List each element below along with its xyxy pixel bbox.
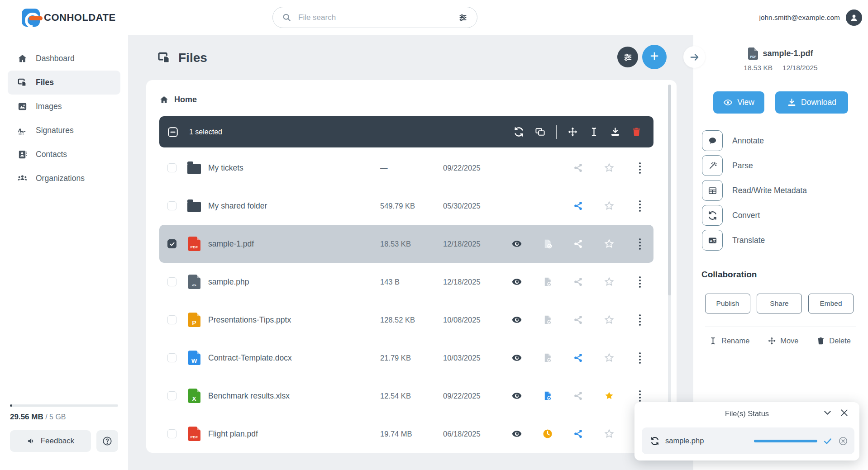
share-button[interactable]: Share [757,294,802,313]
publish-button[interactable]: Publish [705,294,750,313]
panel-action-read-write-metadata[interactable]: Read/Write Metadata [702,180,868,201]
panel-action-convert[interactable]: Convert [702,205,868,226]
add-file-button[interactable]: + [642,45,667,69]
row-checkbox[interactable] [167,391,176,400]
close-icon[interactable] [839,408,849,418]
search-filter-sliders-icon[interactable] [458,13,468,23]
toolbar-delete-icon[interactable] [629,124,644,139]
cancel-circle-icon[interactable] [838,436,848,446]
row-checkbox[interactable] [167,239,176,248]
favorite-star-icon[interactable] [594,273,625,291]
progress-bar [754,440,817,442]
scrollbar-thumb[interactable] [668,85,671,295]
file-name[interactable]: sample.php [208,277,380,287]
view-button[interactable]: View [713,91,764,114]
pending-clock-icon[interactable] [532,425,563,443]
collapse-panel-button[interactable] [683,46,705,68]
more-options-icon[interactable] [625,311,655,329]
chevron-down-icon[interactable] [823,408,832,418]
sidebar-item-files[interactable]: Files [8,71,120,95]
share-icon[interactable] [563,425,594,443]
more-options-icon[interactable] [625,235,655,253]
share-icon[interactable] [563,159,594,177]
download-button[interactable]: Download [775,91,848,114]
breadcrumb[interactable]: Home [159,94,677,105]
row-checkbox[interactable] [167,163,176,172]
view-settings-button[interactable] [617,47,638,67]
toolbar-refresh-icon[interactable] [511,124,526,139]
list-scrollbar[interactable] [668,85,671,448]
favorite-star-icon[interactable] [594,387,625,405]
file-name[interactable]: Contract-Template.docx [208,353,380,363]
sidebar-item-organizations[interactable]: Organizations [8,166,120,190]
row-checkbox[interactable] [167,429,176,438]
sidebar-item-signatures[interactable]: Signatures [8,119,120,142]
table-row[interactable]: PDF sample-1.pdf 18.53 KB 12/18/2025 [159,225,653,263]
preview-eye-icon[interactable] [501,311,532,329]
sidebar-item-contacts[interactable]: Contacts [8,142,120,166]
panel-action-annotate[interactable]: Annotate [702,130,868,151]
feedback-button[interactable]: Feedback [10,430,91,452]
share-icon[interactable] [563,349,594,367]
toolbar-compare-icon[interactable] [533,124,548,139]
move-action[interactable]: Move [768,337,798,345]
file-name[interactable]: My shared folder [208,201,380,211]
favorite-star-icon[interactable] [594,425,625,443]
rename-action[interactable]: Rename [709,337,749,345]
more-options-icon[interactable] [625,349,655,367]
table-row[interactable]: <> sample.php 143 B 12/18/2025 [159,263,653,301]
share-icon[interactable] [563,311,594,329]
sidebar-item-images[interactable]: Images [8,95,120,119]
doc-status-icon[interactable] [532,349,563,367]
row-checkbox[interactable] [167,353,176,362]
row-checkbox[interactable] [167,277,176,286]
favorite-star-icon[interactable] [594,197,625,215]
embed-button[interactable]: Embed [808,294,854,313]
preview-eye-icon[interactable] [501,273,532,291]
sidebar-item-dashboard[interactable]: Dashboard [8,47,120,71]
panel-action-parse[interactable]: Parse [702,155,868,176]
file-name[interactable]: sample-1.pdf [208,239,380,249]
table-row[interactable]: P Presentations-Tips.pptx 128.52 KB 10/0… [159,301,653,339]
panel-action-translate[interactable]: A Translate [702,230,868,251]
row-checkbox[interactable] [167,201,176,210]
doc-status-icon[interactable] [532,273,563,291]
select-all-checkbox[interactable] [167,126,179,138]
table-row[interactable]: My shared folder 549.79 KB 05/30/2025 [159,187,653,225]
doc-status-icon[interactable] [532,311,563,329]
row-checkbox[interactable] [167,315,176,324]
toolbar-download-icon[interactable] [608,124,623,139]
file-name[interactable]: Presentations-Tips.pptx [208,315,380,325]
share-icon[interactable] [563,197,594,215]
share-icon[interactable] [563,235,594,253]
preview-eye-icon[interactable] [501,425,532,443]
table-row[interactable]: W Contract-Template.docx 21.79 KB 10/03/… [159,339,653,377]
favorite-star-icon[interactable] [594,311,625,329]
help-button[interactable] [96,430,118,452]
table-row[interactable]: X Benchmark results.xlsx 12.54 KB 09/22/… [159,377,653,415]
doc-status-icon[interactable] [532,387,563,405]
more-options-icon[interactable] [625,273,655,291]
favorite-star-icon[interactable] [594,349,625,367]
table-row[interactable]: My tickets — 09/22/2025 [159,149,653,187]
doc-status-icon[interactable] [532,235,563,253]
more-options-icon[interactable] [625,159,655,177]
favorite-star-icon[interactable] [594,235,625,253]
more-options-icon[interactable] [625,197,655,215]
preview-eye-icon[interactable] [501,235,532,253]
favorite-star-icon[interactable] [594,159,625,177]
toolbar-move-icon[interactable] [565,124,580,139]
preview-eye-icon[interactable] [501,387,532,405]
file-name[interactable]: Flight plan.pdf [208,429,380,439]
preview-eye-icon[interactable] [501,349,532,367]
user-avatar[interactable] [846,9,862,26]
file-name[interactable]: Benchmark results.xlsx [208,391,380,401]
delete-action[interactable]: Delete [816,337,851,345]
table-row[interactable]: PDF Flight plan.pdf 19.74 MB 06/18/2025 [159,415,653,453]
file-name[interactable]: My tickets [208,163,380,173]
search-input[interactable] [297,13,452,23]
toolbar-rename-icon[interactable] [587,124,601,139]
share-icon[interactable] [563,387,594,405]
app-logo[interactable]: CONHOLDATE [22,9,116,27]
share-icon[interactable] [563,273,594,291]
